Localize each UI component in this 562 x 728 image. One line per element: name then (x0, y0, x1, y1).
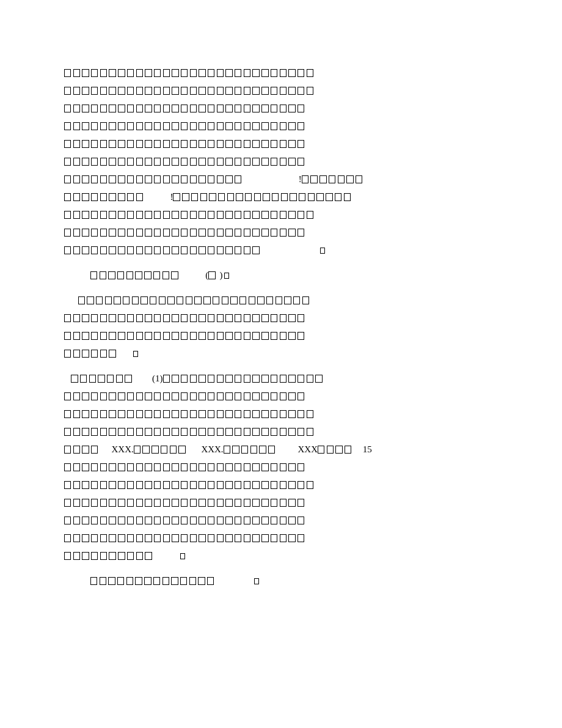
text-line (64, 292, 495, 309)
text-line (64, 572, 495, 590)
text-line (64, 494, 495, 512)
text-line: ! (64, 188, 495, 206)
text-line: ! (64, 171, 495, 188)
text-line (64, 64, 495, 82)
text-line (64, 388, 495, 405)
text-line (64, 529, 495, 547)
spacing (64, 565, 495, 572)
text-line (64, 458, 495, 476)
text-line (64, 405, 495, 423)
text-line (64, 206, 495, 224)
text-line (64, 547, 495, 565)
document-page: ! ! ( ) (1) XXX. XXX. XXX 15 (0, 0, 562, 728)
text-line (64, 309, 495, 327)
spacing (64, 362, 495, 370)
text-line (64, 117, 495, 135)
text-line (64, 100, 495, 117)
text-line (64, 476, 495, 494)
text-line (64, 135, 495, 153)
text-line (64, 423, 495, 441)
text-line (64, 82, 495, 100)
spacing (64, 259, 495, 267)
spacing (64, 284, 495, 292)
text-line (64, 224, 495, 241)
text-line: (1) (64, 370, 495, 388)
text-line: XXX. XXX. XXX 15 (64, 441, 495, 458)
text-line (64, 512, 495, 529)
text-line (64, 153, 495, 171)
text-line (64, 327, 495, 345)
text-line (64, 241, 495, 259)
text-line (64, 345, 495, 362)
text-line: ( ) (64, 267, 495, 284)
document-content: ! ! ( ) (1) XXX. XXX. XXX 15 (64, 64, 495, 590)
